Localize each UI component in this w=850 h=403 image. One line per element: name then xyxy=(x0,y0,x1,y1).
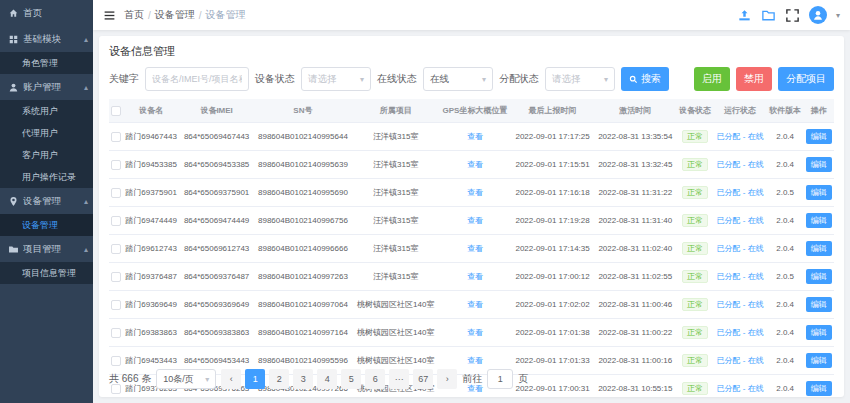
pager-page-5[interactable]: 5 xyxy=(341,369,361,389)
page-title: 设备信息管理 xyxy=(109,44,834,59)
row-checkbox[interactable] xyxy=(111,328,121,338)
device-status-tag: 正常 xyxy=(682,298,708,312)
edit-button[interactable]: 编辑 xyxy=(806,185,832,200)
gps-view-link[interactable]: 查看 xyxy=(467,132,483,141)
goto-page-input[interactable] xyxy=(487,369,513,389)
pager-page-6[interactable]: 6 xyxy=(365,369,385,389)
edit-button[interactable]: 编辑 xyxy=(806,241,832,256)
topbar: 首页 / 设备管理 / 设备管理 xyxy=(93,0,850,30)
gps-view-link[interactable]: 查看 xyxy=(467,300,483,309)
folder-icon[interactable] xyxy=(761,8,776,23)
gps-view-link[interactable]: 查看 xyxy=(467,188,483,197)
row-checkbox[interactable] xyxy=(111,216,121,226)
row-checkbox[interactable] xyxy=(111,300,121,310)
row-checkbox[interactable] xyxy=(111,272,121,282)
topbar-actions xyxy=(737,6,840,24)
sidebar-item-project-info-management[interactable]: 项目信息管理 xyxy=(0,262,93,284)
sidebar-group-basic-modules[interactable]: 基础模块 xyxy=(0,26,93,52)
cell-device-name: 踏门69376487 xyxy=(122,263,180,291)
sidebar-item-customer-users[interactable]: 客户用户 xyxy=(0,144,93,166)
pager-page-3[interactable]: 3 xyxy=(293,369,313,389)
pager-next-button[interactable]: › xyxy=(437,369,457,389)
chevron-down-icon xyxy=(360,75,364,84)
sidebar-group-account-management[interactable]: 账户管理 xyxy=(0,74,93,100)
gps-view-link[interactable]: 查看 xyxy=(467,216,483,225)
cell-device-name: 踏门69612743 xyxy=(122,235,180,263)
cell-version: 2.0.5 xyxy=(767,263,804,291)
enable-button[interactable]: 启用 xyxy=(694,67,730,91)
gps-view-link[interactable]: 查看 xyxy=(467,244,483,253)
assign-status-select[interactable]: 请选择 xyxy=(545,67,615,91)
hamburger-icon[interactable] xyxy=(103,9,116,22)
home-icon xyxy=(8,8,19,19)
pager: ‹ 123456···67 › xyxy=(221,369,457,389)
edit-button[interactable]: 编辑 xyxy=(806,213,832,228)
cell-project: 桃树镇园区社区140室 xyxy=(353,291,439,319)
sidebar-item-user-operation-log[interactable]: 用户操作记录 xyxy=(0,166,93,188)
gps-view-link[interactable]: 查看 xyxy=(467,160,483,169)
edit-button[interactable]: 编辑 xyxy=(806,157,832,172)
edit-button[interactable]: 编辑 xyxy=(806,325,832,340)
device-status-tag: 正常 xyxy=(682,354,708,368)
assign-project-button[interactable]: 分配项目 xyxy=(778,67,834,91)
row-checkbox[interactable] xyxy=(111,356,121,366)
pager-page-4[interactable]: 4 xyxy=(317,369,337,389)
breadcrumb-item-current: 设备管理 xyxy=(206,8,246,22)
upload-icon[interactable] xyxy=(737,8,752,23)
cell-project: 汪洋镇315室 xyxy=(353,235,439,263)
cell-run-status: 已分配 - 在线 xyxy=(713,179,766,207)
device-status-select[interactable]: 请选择 xyxy=(301,67,371,91)
cell-project: 汪洋镇315室 xyxy=(353,263,439,291)
sidebar-item-agent-users[interactable]: 代理用户 xyxy=(0,122,93,144)
edit-button[interactable]: 编辑 xyxy=(806,353,832,368)
submenu-basic-modules: 角色管理 xyxy=(0,52,93,74)
fullscreen-icon[interactable] xyxy=(785,8,800,23)
sidebar-item-role-management[interactable]: 角色管理 xyxy=(0,52,93,74)
cell-sn: 898604B0102140997263 xyxy=(253,263,353,291)
edit-button[interactable]: 编辑 xyxy=(806,297,832,312)
row-checkbox[interactable] xyxy=(111,188,121,198)
cell-imei: 864*65069474449 xyxy=(180,207,253,235)
chevron-down-icon[interactable] xyxy=(836,11,840,20)
sidebar: 首页 基础模块 角色管理 账户管理 系统用户 代理用户 客户用户 用户操作记录 … xyxy=(0,0,93,403)
row-checkbox[interactable] xyxy=(111,132,121,142)
gps-view-link[interactable]: 查看 xyxy=(467,272,483,281)
cell-project: 汪洋镇315室 xyxy=(353,179,439,207)
keyword-input[interactable] xyxy=(145,67,249,91)
select-all-checkbox[interactable] xyxy=(111,106,121,116)
page-size-select[interactable]: 10条/页 xyxy=(156,369,216,389)
gps-view-link[interactable]: 查看 xyxy=(467,328,483,337)
cell-activated: 2022-08-31 13:35:54 xyxy=(594,123,677,151)
total-count: 共 666 条 xyxy=(109,372,151,386)
sidebar-group-device-management[interactable]: 设备管理 xyxy=(0,188,93,214)
device-status-tag: 正常 xyxy=(682,214,708,228)
sidebar-item-device-management[interactable]: 设备管理 xyxy=(0,214,93,236)
search-button[interactable]: 搜索 xyxy=(621,67,669,91)
content: 设备信息管理 关键字 设备状态 请选择 在线状态 在线 分配状态 xyxy=(93,30,850,403)
breadcrumb-item[interactable]: 设备管理 xyxy=(155,8,195,22)
cell-run-status: 已分配 - 在线 xyxy=(713,207,766,235)
row-checkbox[interactable] xyxy=(111,160,121,170)
sidebar-group-label: 项目管理 xyxy=(23,243,61,256)
sidebar-item-home[interactable]: 首页 xyxy=(0,0,93,26)
online-status-select[interactable]: 在线 xyxy=(423,67,493,91)
gps-view-link[interactable]: 查看 xyxy=(467,356,483,365)
breadcrumb-item[interactable]: 首页 xyxy=(124,8,144,22)
edit-button[interactable]: 编辑 xyxy=(806,269,832,284)
disable-button[interactable]: 禁用 xyxy=(736,67,772,91)
row-checkbox[interactable] xyxy=(111,244,121,254)
pager-ellipsis[interactable]: ··· xyxy=(389,369,409,389)
pager-page-1[interactable]: 1 xyxy=(245,369,265,389)
search-icon xyxy=(629,75,638,84)
pager-page-67[interactable]: 67 xyxy=(413,369,433,389)
cell-activated: 2022-08-31 11:00:22 xyxy=(594,319,677,347)
edit-button[interactable]: 编辑 xyxy=(806,129,832,144)
chevron-down-icon xyxy=(604,75,608,84)
avatar[interactable] xyxy=(809,6,827,24)
pager-page-2[interactable]: 2 xyxy=(269,369,289,389)
sidebar-item-system-users[interactable]: 系统用户 xyxy=(0,100,93,122)
sidebar-group-project-management[interactable]: 项目管理 xyxy=(0,236,93,262)
filter-bar: 关键字 设备状态 请选择 在线状态 在线 分配状态 请选择 xyxy=(109,67,834,91)
cell-imei: 864*65069375901 xyxy=(180,179,253,207)
pager-prev-button[interactable]: ‹ xyxy=(221,369,241,389)
